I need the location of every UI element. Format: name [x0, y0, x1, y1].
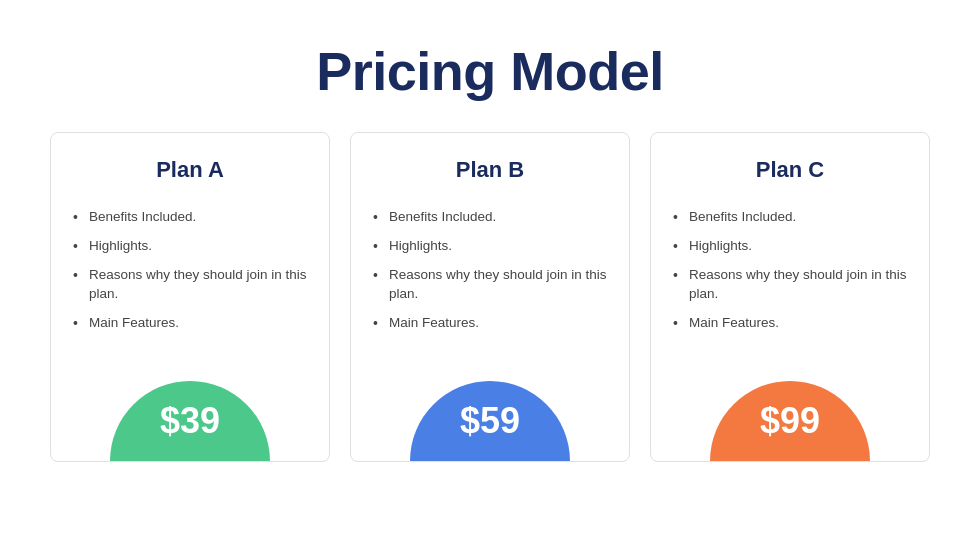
list-item: Benefits Included.: [371, 203, 609, 232]
features-list-plan-a: Benefits Included.Highlights.Reasons why…: [71, 203, 309, 361]
list-item: Main Features.: [671, 309, 909, 338]
list-item: Reasons why they should join in this pla…: [671, 261, 909, 309]
list-item: Highlights.: [71, 232, 309, 261]
price-bubble-plan-c: $99: [710, 381, 870, 461]
price-text-plan-b: $59: [460, 400, 520, 442]
pricing-card-plan-a: Plan ABenefits Included.Highlights.Reaso…: [50, 132, 330, 462]
list-item: Benefits Included.: [71, 203, 309, 232]
list-item: Highlights.: [371, 232, 609, 261]
page-title: Pricing Model: [316, 40, 664, 102]
plan-name-plan-b: Plan B: [456, 157, 524, 183]
pricing-card-plan-b: Plan BBenefits Included.Highlights.Reaso…: [350, 132, 630, 462]
list-item: Benefits Included.: [671, 203, 909, 232]
list-item: Main Features.: [371, 309, 609, 338]
price-bubble-plan-a: $39: [110, 381, 270, 461]
price-bubble-plan-b: $59: [410, 381, 570, 461]
list-item: Highlights.: [671, 232, 909, 261]
pricing-cards-container: Plan ABenefits Included.Highlights.Reaso…: [0, 132, 980, 462]
price-text-plan-a: $39: [160, 400, 220, 442]
plan-name-plan-a: Plan A: [156, 157, 224, 183]
list-item: Main Features.: [71, 309, 309, 338]
list-item: Reasons why they should join in this pla…: [71, 261, 309, 309]
features-list-plan-c: Benefits Included.Highlights.Reasons why…: [671, 203, 909, 361]
pricing-card-plan-c: Plan CBenefits Included.Highlights.Reaso…: [650, 132, 930, 462]
price-text-plan-c: $99: [760, 400, 820, 442]
plan-name-plan-c: Plan C: [756, 157, 824, 183]
features-list-plan-b: Benefits Included.Highlights.Reasons why…: [371, 203, 609, 361]
list-item: Reasons why they should join in this pla…: [371, 261, 609, 309]
